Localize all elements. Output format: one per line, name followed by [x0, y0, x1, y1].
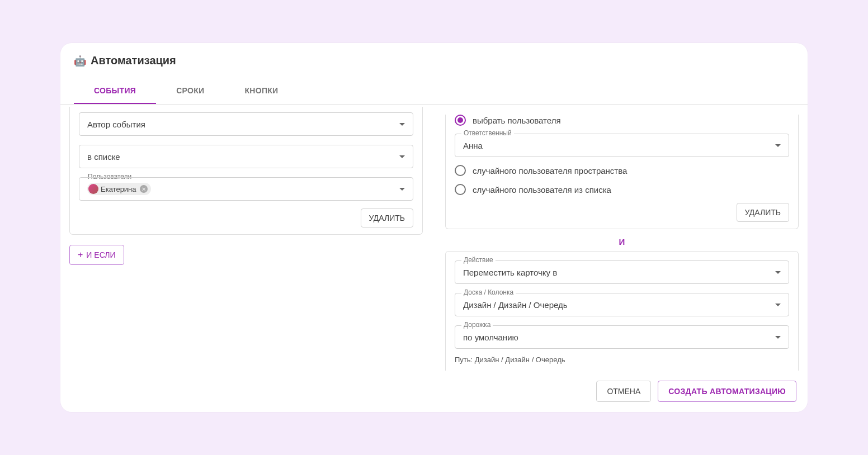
tab-events[interactable]: СОБЫТИЯ: [74, 78, 156, 104]
page-title: Автоматизация: [91, 54, 176, 67]
chevron-down-icon: [775, 336, 781, 339]
and-separator: И: [445, 237, 799, 247]
title-row: 🤖 Автоматизация: [74, 54, 794, 67]
radio-random-space-label: случайного пользователя пространства: [473, 166, 627, 176]
radio-random-space[interactable]: случайного пользователя пространства: [455, 165, 789, 176]
add-and-if-label: И ЕСЛИ: [86, 250, 115, 259]
radio-choose-user-label: выбрать пользователя: [473, 116, 561, 125]
assign-card: выбрать пользователя Ответственный Анна …: [445, 115, 799, 229]
chevron-down-icon: [775, 144, 781, 147]
add-and-if-button[interactable]: + И ЕСЛИ: [69, 245, 124, 265]
remove-chip-icon[interactable]: ✕: [140, 185, 148, 193]
board-column-select[interactable]: Дизайн / Дизайн / Очередь: [455, 293, 789, 316]
delete-condition-button[interactable]: УДАЛИТЬ: [361, 208, 413, 228]
radio-random-list-label: случайного пользователя из списка: [473, 185, 611, 195]
responsible-select-wrap: Ответственный Анна: [455, 134, 789, 157]
board-column-select-wrap: Доска / Колонка Дизайн / Дизайн / Очеред…: [455, 293, 789, 316]
board-column-value: Дизайн / Дизайн / Очередь: [463, 300, 775, 310]
move-card: Действие Переместить карточку в Доска / …: [445, 251, 799, 371]
in-list-select-wrap: в списке: [79, 145, 413, 168]
event-author-value: Автор события: [87, 120, 399, 129]
condition-card: Автор события в списке Пользователи: [69, 107, 423, 235]
modal-body: Автор события в списке Пользователи: [60, 105, 808, 374]
responsible-value: Анна: [463, 141, 775, 150]
cancel-button[interactable]: ОТМЕНА: [596, 381, 651, 402]
add-if-wrap: + И ЕСЛИ: [69, 241, 423, 268]
action-select[interactable]: Переместить карточку в: [455, 260, 789, 284]
lane-value: по умолчанию: [463, 333, 775, 342]
chevron-down-icon: [399, 123, 405, 126]
user-chip[interactable]: Екатерина ✕: [87, 183, 151, 195]
condition-card-actions: УДАЛИТЬ: [79, 208, 413, 228]
event-author-select[interactable]: Автор события: [79, 112, 413, 136]
condition-column: Автор события в списке Пользователи: [69, 105, 423, 374]
tab-buttons[interactable]: КНОПКИ: [224, 78, 298, 104]
responsible-select[interactable]: Анна: [455, 134, 789, 157]
plus-icon: +: [78, 250, 83, 260]
modal-header: 🤖 Автоматизация: [60, 43, 808, 67]
delete-assign-button[interactable]: УДАЛИТЬ: [737, 203, 789, 222]
radio-random-list[interactable]: случайного пользователя из списка: [455, 184, 789, 195]
action-column: выбрать пользователя Ответственный Анна …: [445, 105, 799, 374]
lane-select-wrap: Дорожка по умолчанию: [455, 325, 789, 349]
radio-icon: [455, 165, 466, 176]
in-list-select[interactable]: в списке: [79, 145, 413, 168]
chevron-down-icon: [775, 271, 781, 274]
assign-card-actions: УДАЛИТЬ: [455, 203, 789, 222]
action-value: Переместить карточку в: [463, 268, 775, 277]
in-list-value: в списке: [87, 152, 399, 162]
radio-choose-user[interactable]: выбрать пользователя: [455, 115, 789, 126]
radio-icon: [455, 184, 466, 195]
robot-icon: 🤖: [74, 55, 86, 67]
tabs: СОБЫТИЯ СРОКИ КНОПКИ: [60, 78, 808, 105]
users-field[interactable]: Екатерина ✕: [79, 177, 413, 201]
path-text: Путь: Дизайн / Дизайн / Очередь: [455, 356, 789, 364]
radio-icon: [455, 115, 466, 126]
responsible-label: Ответственный: [461, 129, 514, 137]
automation-modal: 🤖 Автоматизация СОБЫТИЯ СРОКИ КНОПКИ Авт…: [60, 43, 808, 412]
action-label: Действие: [461, 256, 496, 264]
tab-deadlines[interactable]: СРОКИ: [156, 78, 224, 104]
chevron-down-icon: [399, 155, 405, 158]
users-field-wrap: Пользователи Екатерина ✕: [79, 177, 413, 201]
chevron-down-icon: [775, 304, 781, 306]
modal-footer: ОТМЕНА СОЗДАТЬ АВТОМАТИЗАЦИЮ: [60, 374, 808, 412]
lane-select[interactable]: по умолчанию: [455, 325, 789, 349]
user-chip-name: Екатерина: [101, 185, 136, 193]
create-automation-button[interactable]: СОЗДАТЬ АВТОМАТИЗАЦИЮ: [658, 381, 796, 402]
action-select-wrap: Действие Переместить карточку в: [455, 260, 789, 284]
board-column-label: Доска / Колонка: [461, 288, 516, 296]
chevron-down-icon: [399, 188, 405, 191]
event-author-select-wrap: Автор события: [79, 112, 413, 136]
lane-label: Дорожка: [461, 321, 493, 329]
avatar-icon: [88, 184, 98, 194]
